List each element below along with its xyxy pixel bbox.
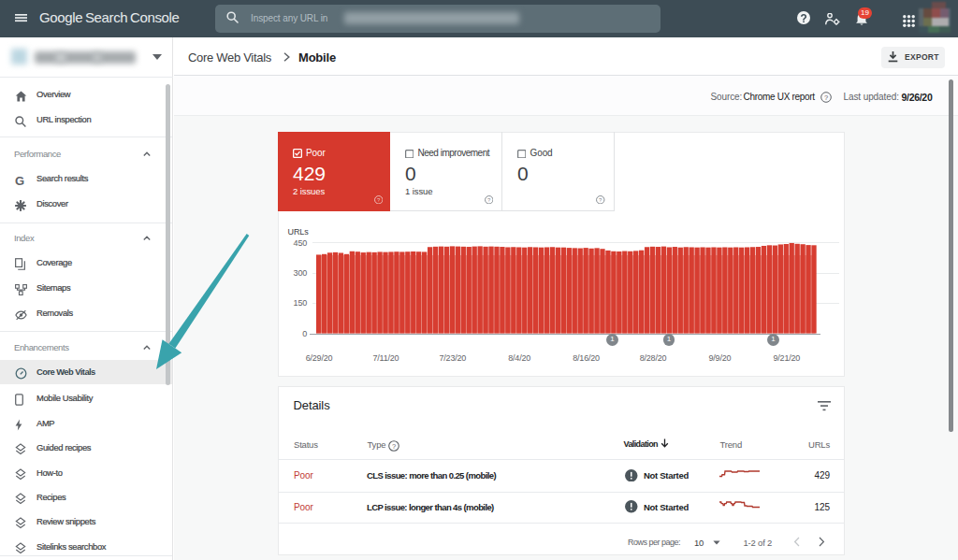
svg-text:?: ? xyxy=(392,441,396,450)
